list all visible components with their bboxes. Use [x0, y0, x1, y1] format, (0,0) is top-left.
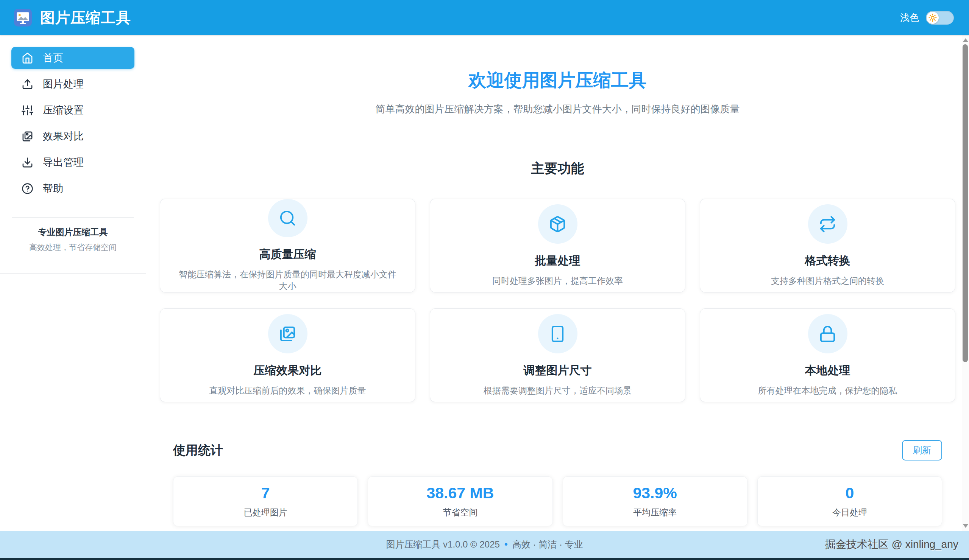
hero-subtitle: 简单高效的图片压缩解决方案，帮助您减小图片文件大小，同时保持良好的图像质量 — [160, 103, 956, 116]
scroll-up-arrow-icon[interactable] — [963, 38, 968, 42]
features-heading: 主要功能 — [160, 160, 956, 178]
sidebar-item-label: 图片处理 — [43, 77, 84, 91]
images-icon — [279, 325, 296, 343]
stats-heading: 使用统计 — [173, 442, 223, 459]
sidebar-item-label: 压缩设置 — [43, 103, 84, 117]
main-content: 欢迎使用图片压缩工具 简单高效的图片压缩解决方案，帮助您减小图片文件大小，同时保… — [146, 35, 969, 531]
stat-card-avg-compress-rate: 93.9% 平均压缩率 — [563, 476, 748, 526]
sidebar-item-image-processing[interactable]: 图片处理 — [12, 73, 135, 95]
stat-card-saved-space: 38.67 MB 节省空间 — [368, 476, 553, 526]
sidebar-item-label: 效果对比 — [43, 130, 84, 143]
feature-icon-circle — [268, 199, 308, 237]
stat-label: 平均压缩率 — [633, 507, 677, 518]
stat-value: 7 — [261, 484, 270, 502]
feature-title: 本地处理 — [805, 363, 851, 378]
footer-slogan: 高效 · 简洁 · 专业 — [512, 538, 583, 550]
sidebar-item-label: 帮助 — [43, 182, 63, 195]
scrollbar-thumb[interactable] — [962, 44, 968, 362]
feature-card-high-quality-compress: 高质量压缩 智能压缩算法，在保持图片质量的同时最大程度减小文件大小 — [160, 199, 415, 292]
repeat-icon — [819, 215, 836, 233]
feature-card-format-convert: 格式转换 支持多种图片格式之间的转换 — [700, 199, 956, 292]
smartphone-icon — [549, 325, 566, 343]
stat-label: 今日处理 — [832, 507, 867, 518]
package-icon — [549, 215, 566, 233]
feature-card-batch-processing: 批量处理 同时处理多张图片，提高工作效率 — [430, 199, 685, 292]
sidebar-item-label: 导出管理 — [43, 156, 84, 169]
images-icon — [22, 131, 33, 142]
feature-desc: 同时处理多张图片，提高工作效率 — [492, 275, 623, 287]
feature-title: 格式转换 — [805, 253, 851, 269]
feature-desc: 支持多种图片格式之间的转换 — [771, 275, 884, 287]
footer-bullet: • — [504, 538, 508, 550]
sidebar-item-export-manage[interactable]: 导出管理 — [12, 151, 135, 173]
stat-label: 已处理图片 — [244, 507, 287, 518]
sidebar-nav: 首页 图片处理 压缩设置 效果对比 导出管理 — [12, 47, 135, 199]
footer-app-info: 图片压缩工具 v1.0.0 © 2025 — [386, 538, 499, 550]
stat-value: 93.9% — [633, 484, 677, 502]
download-icon — [22, 157, 33, 168]
stats-section: 使用统计 刷新 7 已处理图片 38.67 MB 节省空间 93.9% 平均压缩… — [160, 440, 956, 526]
stats-grid: 7 已处理图片 38.67 MB 节省空间 93.9% 平均压缩率 0 今日处理 — [173, 476, 942, 526]
app-footer: 图片压缩工具 v1.0.0 © 2025 • 高效 · 简洁 · 专业 掘金技术… — [0, 531, 969, 558]
feature-grid: 高质量压缩 智能压缩算法，在保持图片质量的同时最大程度减小文件大小 批量处理 同… — [160, 199, 956, 402]
hero-title: 欢迎使用图片压缩工具 — [160, 68, 956, 92]
app-logo-icon — [14, 9, 32, 27]
search-icon — [279, 209, 296, 227]
feature-title: 压缩效果对比 — [254, 363, 322, 378]
feature-desc: 所有处理在本地完成，保护您的隐私 — [758, 385, 897, 397]
feature-title: 调整图片尺寸 — [524, 363, 592, 378]
sidebar-item-label: 首页 — [43, 51, 63, 65]
stat-label: 节省空间 — [443, 507, 478, 518]
hero-section: 欢迎使用图片压缩工具 简单高效的图片压缩解决方案，帮助您减小图片文件大小，同时保… — [160, 35, 956, 116]
sliders-icon — [22, 105, 33, 116]
theme-toggle-switch[interactable] — [926, 11, 954, 25]
feature-icon-circle — [538, 314, 578, 353]
feature-title: 高质量压缩 — [260, 247, 316, 262]
home-icon — [22, 52, 33, 64]
scroll-down-arrow-icon[interactable] — [963, 524, 968, 528]
feature-icon-circle — [538, 204, 578, 244]
upload-icon — [22, 78, 33, 90]
sidebar-item-home[interactable]: 首页 — [12, 47, 135, 69]
stat-value: 38.67 MB — [426, 484, 494, 502]
sidebar-item-effect-compare[interactable]: 效果对比 — [12, 125, 135, 147]
feature-card-local-processing: 本地处理 所有处理在本地完成，保护您的隐私 — [700, 308, 956, 402]
theme-toggle-knob[interactable] — [927, 12, 939, 24]
refresh-button[interactable]: 刷新 — [902, 440, 942, 460]
stat-card-processed-images: 7 已处理图片 — [173, 476, 358, 526]
feature-desc: 智能压缩算法，在保持图片质量的同时最大程度减小文件大小 — [175, 269, 400, 292]
feature-icon-circle — [808, 314, 847, 353]
feature-icon-circle — [808, 204, 847, 244]
sidebar-footer-title: 专业图片压缩工具 — [12, 226, 135, 238]
bottom-edge-strip — [0, 558, 969, 560]
sidebar-divider — [12, 217, 134, 218]
watermark-text: 掘金技术社区 @ xinling_any — [825, 537, 958, 552]
feature-icon-circle — [268, 314, 308, 353]
sidebar-item-help[interactable]: 帮助 — [12, 178, 135, 199]
scrollbar[interactable] — [962, 35, 969, 531]
feature-card-compress-compare: 压缩效果对比 直观对比压缩前后的效果，确保图片质量 — [160, 308, 415, 402]
stat-card-today-processed: 0 今日处理 — [758, 476, 942, 526]
sidebar-footer-subtitle: 高效处理，节省存储空间 — [12, 242, 135, 253]
app-window: 图片压缩工具 浅色 首页 — [0, 0, 969, 560]
app-title: 图片压缩工具 — [40, 8, 131, 28]
feature-desc: 直观对比压缩前后的效果，确保图片质量 — [210, 385, 366, 397]
theme-mode-label: 浅色 — [900, 12, 919, 24]
sidebar: 首页 图片处理 压缩设置 效果对比 导出管理 — [0, 35, 146, 531]
lock-icon — [819, 325, 836, 343]
feature-title: 批量处理 — [535, 253, 581, 269]
stat-value: 0 — [845, 484, 854, 502]
sun-icon — [929, 13, 937, 22]
app-header: 图片压缩工具 浅色 — [0, 0, 969, 35]
feature-desc: 根据需要调整图片尺寸，适应不同场景 — [484, 385, 632, 397]
sidebar-item-compression-settings[interactable]: 压缩设置 — [12, 99, 135, 121]
help-circle-icon — [22, 183, 33, 194]
feature-card-resize-image: 调整图片尺寸 根据需要调整图片尺寸，适应不同场景 — [430, 308, 685, 402]
